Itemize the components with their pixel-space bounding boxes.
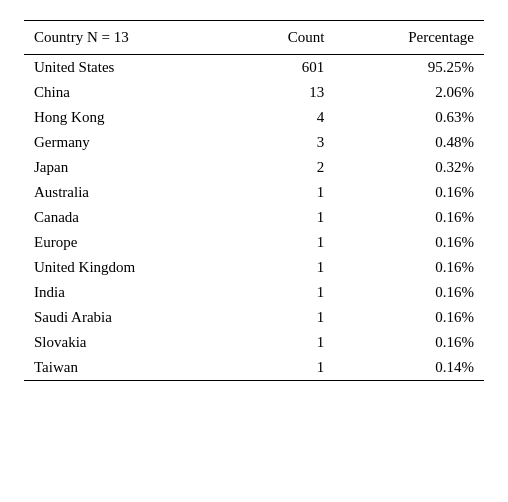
table-body: United States60195.25%China132.06%Hong K… (24, 55, 484, 381)
cell-country: Europe (24, 230, 235, 255)
cell-percentage: 0.48% (334, 130, 484, 155)
table-row: Canada10.16% (24, 205, 484, 230)
table-container: Country N = 13 Count Percentage United S… (24, 20, 484, 381)
cell-count: 1 (235, 230, 334, 255)
cell-percentage: 0.14% (334, 355, 484, 381)
cell-country: Canada (24, 205, 235, 230)
cell-percentage: 0.63% (334, 105, 484, 130)
table-row: Hong Kong40.63% (24, 105, 484, 130)
cell-count: 601 (235, 55, 334, 81)
cell-percentage: 0.16% (334, 230, 484, 255)
cell-percentage: 0.16% (334, 255, 484, 280)
cell-country: India (24, 280, 235, 305)
table-row: Saudi Arabia10.16% (24, 305, 484, 330)
cell-country: Saudi Arabia (24, 305, 235, 330)
table-row: Taiwan10.14% (24, 355, 484, 381)
table-header-row: Country N = 13 Count Percentage (24, 21, 484, 55)
cell-country: Germany (24, 130, 235, 155)
cell-count: 2 (235, 155, 334, 180)
cell-country: Taiwan (24, 355, 235, 381)
cell-country: Slovakia (24, 330, 235, 355)
cell-count: 1 (235, 330, 334, 355)
table-row: Japan20.32% (24, 155, 484, 180)
cell-percentage: 0.16% (334, 180, 484, 205)
table-row: Germany30.48% (24, 130, 484, 155)
country-stats-table: Country N = 13 Count Percentage United S… (24, 20, 484, 381)
cell-count: 1 (235, 205, 334, 230)
cell-country: United States (24, 55, 235, 81)
cell-percentage: 0.32% (334, 155, 484, 180)
cell-count: 1 (235, 280, 334, 305)
table-row: India10.16% (24, 280, 484, 305)
cell-count: 13 (235, 80, 334, 105)
cell-country: United Kingdom (24, 255, 235, 280)
cell-count: 1 (235, 355, 334, 381)
cell-count: 1 (235, 180, 334, 205)
table-row: Europe10.16% (24, 230, 484, 255)
col-header-percentage: Percentage (334, 21, 484, 55)
cell-percentage: 0.16% (334, 305, 484, 330)
table-row: United States60195.25% (24, 55, 484, 81)
table-row: Slovakia10.16% (24, 330, 484, 355)
cell-percentage: 0.16% (334, 205, 484, 230)
table-row: Australia10.16% (24, 180, 484, 205)
cell-percentage: 95.25% (334, 55, 484, 81)
table-row: China132.06% (24, 80, 484, 105)
cell-percentage: 2.06% (334, 80, 484, 105)
col-header-count: Count (235, 21, 334, 55)
table-row: United Kingdom10.16% (24, 255, 484, 280)
cell-percentage: 0.16% (334, 330, 484, 355)
cell-count: 1 (235, 305, 334, 330)
cell-country: Australia (24, 180, 235, 205)
cell-country: China (24, 80, 235, 105)
cell-count: 4 (235, 105, 334, 130)
cell-country: Hong Kong (24, 105, 235, 130)
cell-percentage: 0.16% (334, 280, 484, 305)
cell-count: 3 (235, 130, 334, 155)
cell-count: 1 (235, 255, 334, 280)
col-header-country: Country N = 13 (24, 21, 235, 55)
cell-country: Japan (24, 155, 235, 180)
